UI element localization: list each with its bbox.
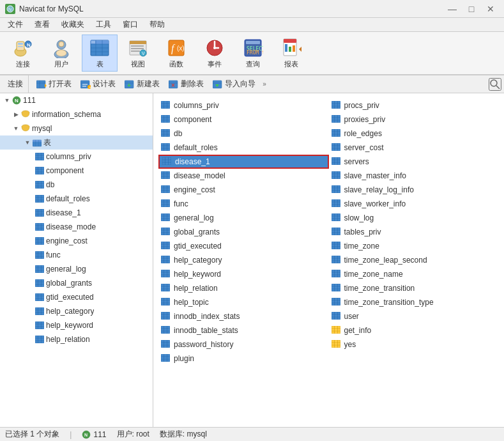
- search-btn[interactable]: [489, 78, 501, 91]
- toolbar-event[interactable]: 事件: [197, 35, 233, 72]
- sidebar-table-item[interactable]: help_category: [0, 304, 153, 318]
- content-table-entry[interactable]: columns_priv: [158, 98, 329, 112]
- svg-rect-91: [35, 209, 44, 217]
- menu-favorites[interactable]: 收藏夹: [56, 18, 89, 31]
- sidebar-table-item[interactable]: db: [0, 178, 153, 192]
- table-entry-icon: [332, 340, 342, 349]
- toolbar-view[interactable]: V 视图: [120, 35, 156, 72]
- close-button[interactable]: ✕: [482, 3, 499, 15]
- report-icon: [281, 38, 302, 58]
- open-table-btn[interactable]: 打开表: [33, 75, 75, 93]
- tree-arrow-info: ▶: [11, 110, 20, 119]
- content-table-entry[interactable]: global_grants: [158, 225, 329, 239]
- content-table-entry[interactable]: yes: [329, 337, 500, 352]
- toolbar-report[interactable]: 报表: [273, 35, 309, 72]
- content-table-entry[interactable]: time_zone_transition_type: [329, 295, 500, 309]
- content-table-entry[interactable]: db: [158, 127, 329, 141]
- content-table-entry[interactable]: role_edges: [329, 127, 500, 141]
- menu-help[interactable]: 帮助: [144, 18, 170, 31]
- content-table-entry[interactable]: tables_priv: [329, 225, 500, 239]
- sidebar-table-item[interactable]: general_log: [0, 262, 153, 276]
- content-table-entry[interactable]: help_relation: [158, 281, 329, 295]
- toolbar-user[interactable]: 用户: [43, 35, 79, 72]
- tree-db-mysql[interactable]: ▼ mysql: [0, 121, 153, 135]
- content-table-entry[interactable]: time_zone_name: [329, 267, 500, 281]
- sidebar-table-item[interactable]: component: [0, 164, 153, 178]
- design-table-btn[interactable]: ✎ 设计表: [77, 75, 119, 93]
- tree-table-folder[interactable]: ▼ 表: [0, 135, 153, 150]
- content-table-entry[interactable]: time_zone_transition: [329, 281, 500, 295]
- menu-view[interactable]: 查看: [29, 18, 55, 31]
- table-entry-label: server_cost: [344, 143, 384, 152]
- new-table-btn[interactable]: + 新建表: [121, 75, 164, 93]
- content-table-entry[interactable]: general_log: [158, 211, 329, 225]
- content-table-entry[interactable]: slave_master_info: [329, 169, 500, 183]
- content-table-entry[interactable]: help_topic: [158, 295, 329, 309]
- content-table-entry[interactable]: slave_relay_log_info: [329, 183, 500, 197]
- content-table-entry[interactable]: procs_priv: [329, 98, 500, 112]
- menu-tools[interactable]: 工具: [91, 18, 116, 31]
- sidebar-table-item[interactable]: disease_mode: [0, 220, 153, 234]
- content-table-entry[interactable]: func: [158, 197, 329, 211]
- content-table-entry[interactable]: get_info: [329, 323, 500, 337]
- toolbar-connect[interactable]: N 连接: [5, 35, 41, 72]
- svg-rect-136: [35, 336, 44, 343]
- toolbar-query[interactable]: SELECT * FROM tb 查询: [235, 35, 271, 72]
- sidebar-table-item[interactable]: engine_cost: [0, 234, 153, 248]
- table-item-label: engine_cost: [46, 236, 88, 245]
- sidebar-table-item[interactable]: func: [0, 248, 153, 262]
- menu-window[interactable]: 窗口: [118, 18, 143, 31]
- table-item-label: help_category: [46, 307, 94, 316]
- svg-line-60: [496, 86, 500, 89]
- sidebar-table-item[interactable]: help_relation: [0, 332, 153, 346]
- table-item-label: disease_1: [46, 208, 81, 217]
- minimize-button[interactable]: —: [444, 3, 461, 15]
- import-wizard-btn[interactable]: 导入向导: [209, 75, 259, 93]
- content-table-entry[interactable]: time_zone: [329, 239, 500, 253]
- content-table-entry[interactable]: proxies_priv: [329, 112, 500, 127]
- toolbar-func[interactable]: f (x) 函数: [158, 35, 194, 72]
- sidebar-table-item[interactable]: help_keyword: [0, 318, 153, 332]
- content-table-entry[interactable]: user: [329, 309, 500, 323]
- table-entry-label: slave_relay_log_info: [344, 185, 414, 194]
- more-actions-btn[interactable]: »: [261, 78, 268, 91]
- sidebar-table-item[interactable]: global_grants: [0, 276, 153, 290]
- content-table-entry[interactable]: time_zone_leap_second: [329, 253, 500, 267]
- tree-connection[interactable]: ▼ N 111: [0, 93, 153, 107]
- sidebar-table-item[interactable]: disease_1: [0, 206, 153, 220]
- toolbar-table[interactable]: 表: [82, 35, 118, 72]
- content-table-entry[interactable]: component: [158, 112, 329, 127]
- sidebar-table-item[interactable]: columns_priv: [0, 150, 153, 164]
- table-entry-label: help_category: [174, 256, 222, 265]
- svg-rect-5: [18, 46, 23, 47]
- content-table-entry[interactable]: default_roles: [158, 141, 329, 155]
- table-item-icon: [34, 292, 45, 302]
- maximize-button[interactable]: □: [463, 3, 480, 15]
- table-entry-label: global_grants: [174, 228, 220, 236]
- content-table-entry[interactable]: engine_cost: [158, 183, 329, 197]
- table-entry-label: time_zone_name: [344, 270, 403, 279]
- content-table-entry[interactable]: slow_log: [329, 211, 500, 225]
- content-table-entry[interactable]: innodb_index_stats: [158, 309, 329, 323]
- content-table-entry[interactable]: help_category: [158, 253, 329, 267]
- sidebar-table-item[interactable]: default_roles: [0, 192, 153, 206]
- content-table-entry[interactable]: gtid_executed: [158, 239, 329, 253]
- content-table-entry[interactable]: innodb_table_stats: [158, 323, 329, 337]
- menu-file[interactable]: 文件: [3, 18, 28, 31]
- content-table-entry[interactable]: disease_model: [158, 169, 329, 183]
- table-entry-icon: [161, 256, 171, 265]
- content-table-entry[interactable]: disease_1: [158, 155, 329, 169]
- svg-rect-24: [131, 50, 140, 52]
- content-table-entry[interactable]: servers: [329, 155, 500, 169]
- delete-table-btn[interactable]: × 删除表: [165, 75, 208, 93]
- table-entry-label: time_zone_leap_second: [344, 256, 427, 265]
- content-table-entry[interactable]: password_history: [158, 337, 329, 352]
- tree-db-info[interactable]: ▶ information_schema: [0, 107, 153, 121]
- content-table-entry[interactable]: plugin: [158, 352, 329, 366]
- content-table-entry[interactable]: help_keyword: [158, 267, 329, 281]
- content-table-entry[interactable]: server_cost: [329, 141, 500, 155]
- svg-rect-151: [161, 115, 170, 123]
- tree-arrow-mysql: ▼: [11, 124, 20, 133]
- content-table-entry[interactable]: slave_worker_info: [329, 197, 500, 211]
- sidebar-table-item[interactable]: gtid_executed: [0, 290, 153, 304]
